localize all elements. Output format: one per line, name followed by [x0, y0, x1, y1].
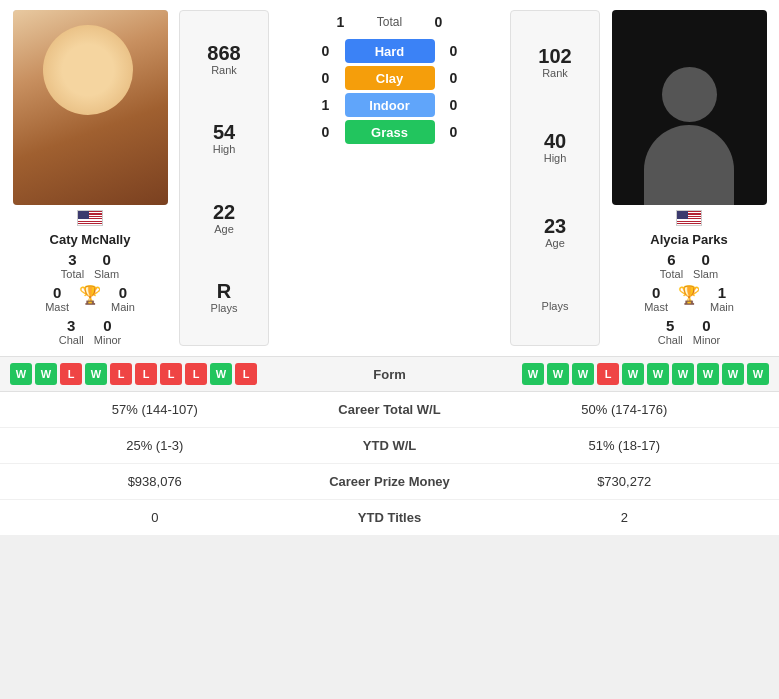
form-badge-w: W	[747, 363, 769, 385]
clay-badge: Clay	[345, 66, 435, 90]
form-badge-w: W	[210, 363, 232, 385]
ytd-wl-row: 25% (1-3) YTD W/L 51% (18-17)	[0, 428, 779, 464]
form-badge-l: L	[160, 363, 182, 385]
player-right-minor: 0 Minor	[693, 317, 721, 346]
right-high-cell: 40 High	[544, 130, 567, 164]
titles-row: 0 YTD Titles 2	[0, 500, 779, 536]
hard-badge: Hard	[345, 39, 435, 63]
h2h-total-row: 1 Total 0	[275, 14, 504, 30]
form-row: WWLWLLLLWL Form WWWLWWWWWW	[0, 357, 779, 392]
left-stats-box: 868 Rank 54 High 22 Age R Plays	[179, 10, 269, 346]
player-left-main: 0 Main	[111, 284, 135, 313]
prize-label: Career Prize Money	[290, 474, 490, 489]
titles-label: YTD Titles	[290, 510, 490, 525]
player-right-flag	[676, 210, 702, 226]
h2h-grass-row: 0 Grass 0	[275, 120, 504, 144]
right-rank-cell: 102 Rank	[538, 45, 571, 79]
right-plays-cell: Plays	[542, 300, 569, 312]
h2h-hard-row: 0 Hard 0	[275, 39, 504, 63]
right-stats-box: 102 Rank 40 High 23 Age Plays	[510, 10, 600, 346]
player-left-flag	[77, 210, 103, 226]
left-rank-cell: 868 Rank	[207, 42, 240, 76]
left-age-cell: 22 Age	[213, 201, 235, 235]
form-badge-w: W	[10, 363, 32, 385]
ytd-wl-label: YTD W/L	[290, 438, 490, 453]
player-right-info: Alycia Parks 6 Total 0 Slam 0 Mast	[604, 205, 774, 346]
player-left-minor: 0 Minor	[94, 317, 122, 346]
head-to-head: 1 Total 0 0 Hard 0 0 Clay 0 1	[273, 10, 506, 346]
indoor-badge: Indoor	[345, 93, 435, 117]
right-form-badges: WWWLWWWWWW	[450, 363, 770, 385]
player-left: Caty McNally 3 Total 0 Slam 0 Mast	[5, 10, 175, 346]
player-right-stats3: 5 Chall 0 Minor	[658, 317, 721, 346]
player-left-info: Caty McNally 3 Total 0 Slam 0 Mast	[5, 205, 175, 346]
form-badge-l: L	[235, 363, 257, 385]
form-badge-w: W	[522, 363, 544, 385]
form-badge-l: L	[135, 363, 157, 385]
player-right-chall: 5 Chall	[658, 317, 683, 346]
h2h-indoor-row: 1 Indoor 0	[275, 93, 504, 117]
form-label: Form	[330, 367, 450, 382]
form-badge-w: W	[697, 363, 719, 385]
form-badge-w: W	[647, 363, 669, 385]
career-wl-left: 57% (144-107)	[20, 402, 290, 417]
form-badge-w: W	[35, 363, 57, 385]
player-left-slam: 0 Slam	[94, 251, 119, 280]
player-left-stats3: 3 Chall 0 Minor	[59, 317, 122, 346]
grass-badge: Grass	[345, 120, 435, 144]
player-right-silhouette	[644, 27, 734, 205]
player-left-stats1: 3 Total 0 Slam	[61, 251, 119, 280]
player-right-photo	[612, 10, 767, 205]
form-badge-l: L	[110, 363, 132, 385]
player-left-total: 3 Total	[61, 251, 84, 280]
prize-row: $938,076 Career Prize Money $730,272	[0, 464, 779, 500]
form-badge-l: L	[597, 363, 619, 385]
ytd-wl-left: 25% (1-3)	[20, 438, 290, 453]
left-form-badges: WWLWLLLLWL	[10, 363, 330, 385]
form-badge-l: L	[185, 363, 207, 385]
form-badge-w: W	[547, 363, 569, 385]
player-right-stats2: 0 Mast 🏆 1 Main	[644, 284, 734, 313]
career-wl-row: 57% (144-107) Career Total W/L 50% (174-…	[0, 392, 779, 428]
form-badge-w: W	[622, 363, 644, 385]
player-left-chall: 3 Chall	[59, 317, 84, 346]
h2h-clay-row: 0 Clay 0	[275, 66, 504, 90]
titles-left: 0	[20, 510, 290, 525]
player-right: Alycia Parks 6 Total 0 Slam 0 Mast	[604, 10, 774, 346]
player-left-trophy-icon: 🏆	[79, 284, 101, 313]
form-badge-w: W	[572, 363, 594, 385]
left-high-cell: 54 High	[213, 121, 236, 155]
player-left-image	[13, 10, 168, 205]
prize-left: $938,076	[20, 474, 290, 489]
bottom-section: WWLWLLLLWL Form WWWLWWWWWW 57% (144-107)…	[0, 356, 779, 536]
player-right-name: Alycia Parks	[650, 232, 727, 247]
right-age-cell: 23 Age	[544, 215, 566, 249]
player-right-main: 1 Main	[710, 284, 734, 313]
player-right-total: 6 Total	[660, 251, 683, 280]
ytd-wl-right: 51% (18-17)	[490, 438, 760, 453]
titles-right: 2	[490, 510, 760, 525]
player-right-stats1: 6 Total 0 Slam	[660, 251, 718, 280]
player-right-trophy-icon: 🏆	[678, 284, 700, 313]
form-badge-w: W	[85, 363, 107, 385]
form-badge-l: L	[60, 363, 82, 385]
form-badge-w: W	[672, 363, 694, 385]
player-right-mast: 0 Mast	[644, 284, 668, 313]
player-left-stats2: 0 Mast 🏆 0 Main	[45, 284, 135, 313]
career-wl-label: Career Total W/L	[290, 402, 490, 417]
form-badge-w: W	[722, 363, 744, 385]
career-wl-right: 50% (174-176)	[490, 402, 760, 417]
player-left-photo	[13, 10, 168, 205]
left-plays-cell: R Plays	[211, 280, 238, 314]
player-left-name: Caty McNally	[50, 232, 131, 247]
prize-right: $730,272	[490, 474, 760, 489]
player-left-mast: 0 Mast	[45, 284, 69, 313]
player-right-slam: 0 Slam	[693, 251, 718, 280]
